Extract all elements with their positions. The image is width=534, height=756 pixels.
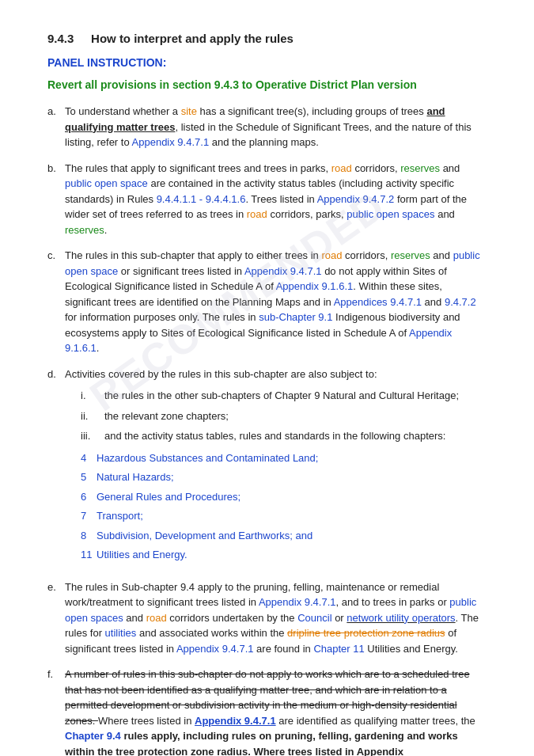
- label-b: b.: [47, 161, 65, 238]
- num-label-7: 7: [81, 508, 97, 524]
- main-list: a. To understand whether a site has a si…: [47, 104, 487, 756]
- link-rules-9441[interactable]: 9.4.4.1.1 - 9.4.4.1.6: [157, 193, 246, 205]
- num-label-5: 5: [81, 469, 97, 485]
- link-road-b2[interactable]: road: [247, 208, 267, 220]
- link-network-utility[interactable]: network utility operators: [347, 612, 455, 624]
- network-utility-text: network utility operators: [347, 612, 455, 624]
- link-reserves-b[interactable]: reserves: [400, 162, 440, 174]
- label-a: a.: [47, 104, 65, 150]
- link-appendix-9471-f[interactable]: Appendix 9.4.7.1: [195, 715, 276, 727]
- link-appendix-9472-c[interactable]: 9.4.7.2: [445, 296, 476, 308]
- num-list-d: 4 Hazardous Substances and Contaminated …: [81, 450, 487, 563]
- qualifying-matter-text-f: are identified as qualifying matter tree…: [276, 715, 475, 727]
- link-appendices-9471[interactable]: Appendices 9.4.7.1: [334, 296, 422, 308]
- num-text-11: Utilities and Energy.: [97, 547, 187, 563]
- link-chapter-94-f[interactable]: Chapter 9.4: [65, 730, 121, 742]
- num-text-4: Hazardous Substances and Contaminated La…: [97, 450, 318, 466]
- num-label-4: 4: [81, 450, 97, 466]
- link-reserves-b2[interactable]: reserves: [65, 224, 104, 236]
- num-text-8: Subdivision, Development and Earthworks;…: [97, 528, 312, 544]
- link-appendix-9471-e2[interactable]: Appendix 9.4.7.1: [176, 643, 254, 655]
- link-public-open-space-b[interactable]: public open space: [65, 177, 148, 189]
- roman-label-i: i.: [81, 388, 104, 404]
- label-c: c.: [47, 248, 65, 356]
- num-label-11: 11: [81, 547, 97, 563]
- num-item-5: 5 Natural Hazards;: [81, 469, 487, 485]
- dripline-text: dripline tree protection zone radius: [287, 627, 445, 639]
- link-road-c[interactable]: road: [321, 249, 342, 261]
- link-appendix-9471-e[interactable]: Appendix 9.4.7.1: [259, 596, 336, 608]
- link-general-rules[interactable]: General Rules and Procedures: [97, 491, 238, 503]
- num-item-11: 11 Utilities and Energy.: [81, 547, 487, 563]
- appendix-text-f: Appendix: [357, 746, 403, 757]
- tree-protection-zone-text: tree protection zone radius: [116, 746, 248, 757]
- link-road-b[interactable]: road: [331, 162, 352, 174]
- list-item-b: b. The rules that apply to significant t…: [47, 161, 487, 238]
- text-d: Activities covered by the rules in this …: [65, 367, 487, 569]
- link-hazardous[interactable]: Hazardous Substances and Contaminated La…: [97, 452, 316, 464]
- num-item-7: 7 Transport;: [81, 508, 487, 524]
- link-utilities-e[interactable]: utilities: [105, 627, 137, 639]
- link-subdivision[interactable]: Subdivision, Development and Earthworks: [97, 530, 290, 541]
- num-label-8: 8: [81, 528, 97, 544]
- roman-text-ii: the relevant zone chapters;: [104, 408, 229, 424]
- where-trees-listed-text: . Where trees listed in: [248, 746, 357, 757]
- roman-text-i: the rules in the other sub-chapters of C…: [104, 388, 459, 404]
- link-subchapter-91[interactable]: sub-Chapter 9.1: [259, 311, 332, 323]
- roman-text-iii: and the activity status tables, rules an…: [104, 428, 445, 444]
- link-reserves-c[interactable]: reserves: [391, 249, 430, 261]
- link-appendix-9471-c[interactable]: Appendix 9.4.7.1: [244, 265, 322, 277]
- roman-item-iii: iii. and the activity status tables, rul…: [81, 428, 487, 444]
- roman-list-d: i. the rules in the other sub-chapters o…: [81, 388, 487, 444]
- roman-label-ii: ii.: [81, 408, 104, 424]
- list-item-e: e. The rules in Sub-chapter 9.4 apply to…: [47, 579, 487, 657]
- num-text-6: General Rules and Procedures;: [97, 489, 240, 505]
- label-f: f.: [47, 667, 65, 756]
- text-c: The rules in this sub-chapter that apply…: [65, 248, 487, 356]
- label-d: d.: [47, 367, 65, 569]
- link-chapter-11[interactable]: Chapter 11: [313, 643, 364, 655]
- roman-label-iii: iii.: [81, 428, 104, 444]
- text-e: The rules in Sub-chapter 9.4 apply to th…: [65, 579, 487, 657]
- list-item-a: a. To understand whether a site has a si…: [47, 104, 487, 150]
- roman-item-ii: ii. the relevant zone chapters;: [81, 408, 487, 424]
- text-f: A number of rules in this sub-chapter do…: [65, 667, 487, 756]
- list-item-f: f. A number of rules in this sub-chapter…: [47, 667, 487, 756]
- num-item-8: 8 Subdivision, Development and Earthwork…: [81, 528, 487, 544]
- qualifying-matter-text: and qualifying matter trees: [65, 105, 445, 133]
- link-appendix-9161-c2[interactable]: Appendix 9.1.6.1: [65, 327, 452, 355]
- roman-item-i: i. the rules in the other sub-chapters o…: [81, 388, 487, 404]
- link-site[interactable]: site: [181, 105, 197, 117]
- link-council-e[interactable]: Council: [297, 612, 331, 624]
- revert-heading: Revert all provisions in section 9.4.3 t…: [47, 78, 487, 91]
- list-item-c: c. The rules in this sub-chapter that ap…: [47, 248, 487, 356]
- where-trees-text: Where trees listed in: [98, 715, 195, 727]
- num-label-6: 6: [81, 489, 97, 505]
- label-e: e.: [47, 579, 65, 657]
- link-public-open-spaces-b2[interactable]: public open spaces: [347, 208, 434, 220]
- link-appendix-9472[interactable]: Appendix 9.4.7.2: [317, 193, 395, 205]
- num-item-4: 4 Hazardous Substances and Contaminated …: [81, 450, 487, 466]
- link-transport[interactable]: Transport: [97, 510, 140, 522]
- text-a: To understand whether a site has a signi…: [65, 104, 487, 150]
- link-appendix-9161-c1[interactable]: Appendix 9.1.6.1: [276, 280, 354, 292]
- num-text-7: Transport;: [97, 508, 143, 524]
- link-utilities-energy[interactable]: Utilities and Energy: [97, 549, 184, 560]
- link-natural-hazards[interactable]: Natural Hazards: [97, 471, 171, 483]
- num-text-5: Natural Hazards;: [97, 469, 174, 485]
- text-b: The rules that apply to significant tree…: [65, 161, 487, 238]
- link-appendix-9471-a[interactable]: Appendix 9.4.7.1: [132, 136, 210, 148]
- panel-instruction: PANEL INSTRUCTION:: [47, 56, 487, 69]
- num-item-6: 6 General Rules and Procedures;: [81, 489, 487, 505]
- list-item-d: d. Activities covered by the rules in th…: [47, 367, 487, 569]
- link-road-e[interactable]: road: [146, 612, 167, 624]
- section-heading: 9.4.3 How to interpret and apply the rul…: [47, 32, 487, 45]
